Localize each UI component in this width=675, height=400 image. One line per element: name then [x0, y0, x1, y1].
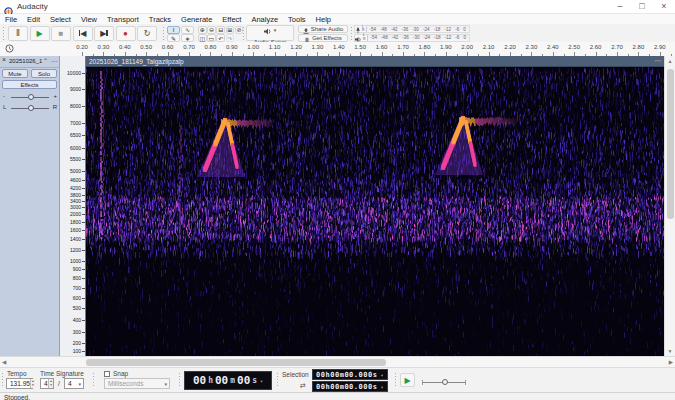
menu-item-file[interactable]: File — [0, 15, 22, 24]
horizontal-scrollbar-thumb[interactable] — [86, 359, 386, 366]
frequency-label: 4600 — [70, 177, 81, 183]
tempo-label: Tempo — [7, 370, 27, 377]
get-effects-button[interactable]: Get Effects — [298, 34, 348, 42]
zoom-out-button[interactable]: ⊖ — [207, 26, 216, 34]
gain-slider-thumb[interactable] — [28, 94, 34, 100]
gain-slider[interactable]: - + — [2, 92, 58, 101]
collapse-track-icon[interactable]: ⌃ — [43, 57, 48, 64]
playback-speed-slider[interactable] — [420, 378, 468, 387]
scroll-up-icon[interactable]: ▲ — [665, 58, 675, 64]
toolbar-grip[interactable] — [92, 372, 96, 386]
solo-button[interactable]: Solo — [31, 69, 57, 78]
play-at-speed-button[interactable]: ▶ — [400, 373, 415, 387]
get-effects-label: Get Effects — [312, 35, 342, 41]
frequency-label: 1600 — [70, 227, 81, 233]
effects-button[interactable]: Effects — [2, 80, 57, 89]
timeline-options-button[interactable] — [3, 43, 15, 54]
scroll-left-icon[interactable]: ◀ — [2, 359, 6, 365]
undo-button[interactable]: ↶ — [216, 34, 225, 42]
zoom-fit-icon: ⊞ — [227, 26, 232, 33]
playback-meter[interactable]: LR -54-48-42-36-30-24-18-12-60 — [354, 34, 470, 42]
time-signature-spinner[interactable]: ▴▾ — [48, 379, 53, 388]
toolbar-grip[interactable] — [162, 26, 166, 40]
track-menu-icon[interactable]: ⋯ — [51, 57, 57, 64]
frequency-ruler[interactable]: 1000090008000700065006000550050004600420… — [60, 56, 86, 356]
recording-meter[interactable]: LR -54-48-42-36-30-24-18-12-60 — [354, 25, 470, 33]
loop-button[interactable]: ↻ — [137, 26, 157, 41]
skip-end-button[interactable]: ▶ — [94, 26, 114, 41]
trim-audio-button[interactable]: ◫ — [198, 34, 207, 42]
clip-menu-icon[interactable]: ⋯ — [655, 57, 662, 65]
toolbar-grip[interactable] — [394, 372, 398, 386]
tempo-spinner[interactable]: ▴▾ — [30, 379, 35, 388]
silence-audio-button[interactable]: ▭ — [207, 34, 216, 42]
multi-tool-button[interactable]: ∗ — [181, 34, 194, 42]
vertical-scrollbar-thumb[interactable] — [667, 69, 674, 219]
menu-item-help[interactable]: Help — [311, 15, 336, 24]
zoom-in-button[interactable]: ⊕ — [198, 26, 207, 34]
timeline-ruler[interactable]: 0.200.300.400.500.600.700.800.901.001.10… — [0, 42, 675, 57]
selection-toggle-icon[interactable]: ⇄ — [300, 382, 306, 390]
toolbar-grip[interactable] — [1, 372, 5, 386]
mute-button[interactable]: Mute — [2, 69, 28, 78]
scroll-right-icon[interactable]: ▶ — [669, 359, 673, 365]
zoom-selection-button[interactable]: ⊟ — [216, 26, 225, 34]
toolbar-grip[interactable] — [178, 372, 182, 386]
play-button[interactable]: ▶ — [30, 26, 50, 41]
draw-tool-button[interactable]: ✎ — [167, 34, 180, 42]
menu-item-edit[interactable]: Edit — [22, 15, 45, 24]
track-name[interactable]: 20251026_18... — [9, 58, 42, 64]
menu-item-tracks[interactable]: Tracks — [144, 15, 176, 24]
envelope-tool-button[interactable]: ∿ — [181, 26, 194, 34]
horizontal-scrollbar[interactable]: ◀ ▶ — [0, 356, 675, 367]
time-signature-upper-field[interactable]: 4 ▴▾ — [40, 378, 54, 389]
time-display[interactable]: 00h00m00s ▾ — [184, 371, 272, 390]
silence-icon: ▭ — [209, 35, 215, 42]
menu-item-transport[interactable]: Transport — [102, 15, 144, 24]
scroll-down-icon[interactable]: ▼ — [665, 348, 675, 354]
audio-clip[interactable]: 20251026_181149_Taigazilpzalp ⋯ — [86, 56, 664, 356]
timeline-label: 2.10 — [483, 44, 495, 50]
spectrogram-canvas[interactable] — [86, 67, 664, 356]
timeline-label: 1.20 — [290, 44, 302, 50]
zoom-selection-icon: ⊟ — [218, 26, 223, 33]
speed-slider-thumb[interactable] — [442, 379, 448, 385]
snap-mode-select[interactable]: Milliseconds ▾ — [104, 378, 170, 389]
minimize-button[interactable]: – — [609, 0, 631, 13]
selection-tool-button[interactable]: I — [167, 26, 180, 34]
clip-title-bar[interactable]: 20251026_181149_Taigazilpzalp ⋯ — [86, 56, 664, 67]
pause-button[interactable]: Ⅱ — [8, 26, 28, 41]
maximize-button[interactable]: □ — [631, 0, 653, 13]
audio-setup-button[interactable]: ▾ Audio Setup — [246, 25, 294, 41]
toolbar-grip[interactable] — [2, 26, 6, 40]
timeline-label: 1.80 — [419, 44, 431, 50]
timeline-label: 0.30 — [98, 44, 110, 50]
selection-start-field[interactable]: 00h00m00.000s ▾ — [312, 369, 388, 380]
snap-checkbox[interactable] — [104, 371, 110, 377]
frequency-label: 100 — [73, 348, 81, 354]
status-bar: Stopped. — [0, 392, 675, 400]
tempo-field[interactable]: 131.95 ▴▾ — [6, 378, 33, 389]
zoom-fit-button[interactable]: ⊞ — [226, 26, 235, 34]
close-button[interactable]: × — [653, 0, 675, 13]
menu-item-select[interactable]: Select — [45, 15, 76, 24]
timeline-label: 2.30 — [526, 44, 538, 50]
record-button[interactable]: ● — [116, 26, 136, 41]
pan-slider[interactable]: L R — [2, 103, 58, 112]
zoom-out-icon: ⊖ — [209, 26, 214, 33]
menu-item-generate[interactable]: Generate — [176, 15, 217, 24]
menu-item-effect[interactable]: Effect — [217, 15, 246, 24]
toolbar-grip[interactable] — [276, 372, 280, 386]
pan-slider-thumb[interactable] — [28, 105, 34, 111]
selection-end-field[interactable]: 00h00m00.000s ▾ — [312, 381, 388, 392]
frequency-label: 5500 — [70, 156, 81, 162]
track-close-icon[interactable]: × — [2, 56, 6, 63]
stop-button[interactable]: ■ — [51, 26, 71, 41]
vertical-scrollbar[interactable]: ▲ ▼ — [664, 56, 675, 356]
menu-bar: FileEditSelectViewTransportTracksGenerat… — [0, 14, 675, 24]
menu-item-view[interactable]: View — [76, 15, 102, 24]
time-signature-lower-select[interactable]: 4 ▾ — [64, 378, 84, 389]
redo-button[interactable]: ↷ — [226, 34, 235, 42]
audacity-window: Audacity – □ × FileEditSelectViewTranspo… — [0, 0, 675, 400]
skip-start-button[interactable]: ◀ — [73, 26, 93, 41]
